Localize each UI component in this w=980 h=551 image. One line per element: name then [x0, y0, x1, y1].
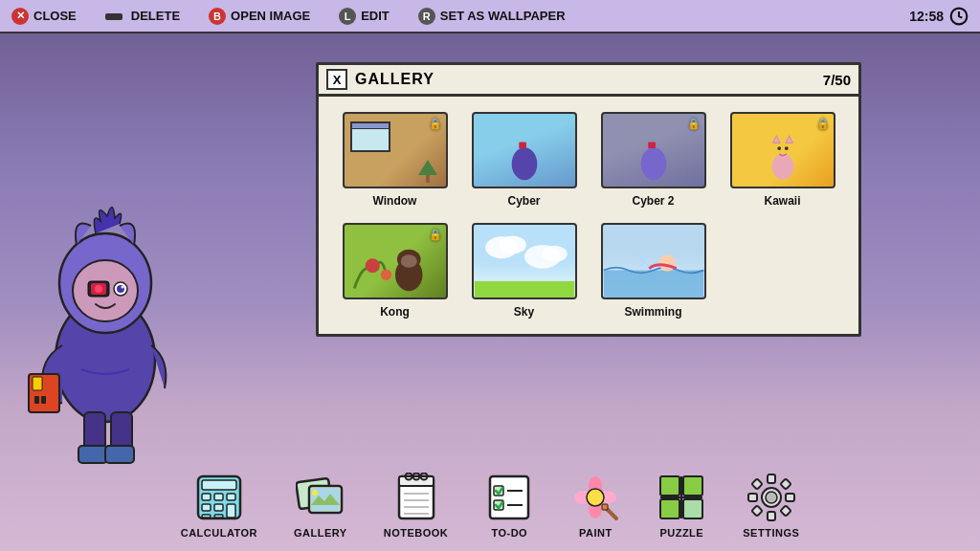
taskbar-item-todo[interactable]: TO-DO: [484, 473, 534, 539]
delete-button[interactable]: DELETE: [105, 9, 180, 23]
gallery-item-kong[interactable]: 🔒 Kong: [338, 223, 452, 319]
svg-rect-80: [602, 504, 608, 510]
svg-rect-91: [786, 494, 794, 501]
top-bar: ✕ CLOSE DELETE B OPEN IMAGE L EDIT R SET…: [0, 0, 980, 33]
svg-rect-42: [603, 271, 703, 298]
svg-rect-95: [780, 505, 791, 516]
notebook-icon: [391, 473, 441, 522]
svg-point-78: [587, 489, 604, 506]
taskbar-item-calculator[interactable]: CALCULATOR: [181, 473, 257, 539]
svg-point-28: [777, 146, 781, 150]
set-wallpaper-button[interactable]: R SET AS WALLPAPER: [418, 8, 566, 25]
svg-rect-61: [399, 476, 434, 486]
taskbar-label-calculator: CALCULATOR: [181, 527, 257, 539]
lock-icon: 🔒: [429, 118, 442, 130]
taskbar-item-puzzle[interactable]: PUZZLE: [657, 473, 706, 539]
svg-rect-41: [474, 281, 574, 298]
taskbar: CALCULATOR GALLERY: [0, 467, 980, 551]
gallery-item-cyber2[interactable]: 🔒 Cyber 2: [596, 112, 710, 208]
gallery-window: X GALLERY 7/50 🔒: [316, 62, 861, 337]
gallery-thumb-window: 🔒: [343, 112, 448, 188]
taskbar-item-gallery[interactable]: GALLERY: [294, 473, 347, 539]
gallery-thumb-cyber: [472, 112, 577, 188]
gallery-close-button[interactable]: X: [326, 69, 347, 90]
open-image-button[interactable]: B OPEN IMAGE: [209, 8, 310, 25]
gallery-taskbar-icon: [296, 473, 345, 522]
taskbar-item-paint[interactable]: PAINT: [570, 473, 620, 539]
svg-point-23: [640, 147, 666, 180]
taskbar-item-notebook[interactable]: NOTEBOOK: [384, 473, 449, 539]
svg-point-26: [771, 154, 793, 180]
svg-point-9: [122, 286, 124, 289]
open-image-label: OPEN IMAGE: [231, 9, 310, 23]
gallery-item-sky[interactable]: Sky: [467, 223, 581, 319]
gallery-thumb-kawaii: 🔒: [730, 112, 835, 188]
close-button[interactable]: ✕ CLOSE: [11, 8, 77, 25]
taskbar-label-gallery: GALLERY: [294, 527, 347, 539]
svg-rect-50: [202, 504, 211, 511]
svg-rect-93: [780, 478, 791, 489]
delete-label: DELETE: [131, 9, 180, 23]
gallery-thumb-cyber2: 🔒: [601, 112, 706, 188]
gallery-item-swimming[interactable]: Swimming: [596, 223, 710, 319]
time-text: 12:58: [909, 9, 944, 24]
todo-icon: [484, 473, 534, 522]
gallery-count: 7/50: [823, 72, 851, 88]
svg-rect-16: [78, 446, 107, 463]
svg-point-44: [638, 256, 644, 262]
svg-rect-13: [41, 396, 46, 404]
x-icon: ✕: [11, 8, 29, 25]
b-icon: B: [209, 8, 226, 25]
taskbar-label-paint: PAINT: [579, 527, 612, 539]
gallery-grid: 🔒 Window: [319, 97, 858, 334]
r-icon: R: [418, 8, 435, 25]
svg-rect-12: [34, 396, 39, 404]
puzzle-icon: [657, 473, 706, 522]
lock-icon-kawaii: 🔒: [816, 118, 830, 130]
svg-point-29: [784, 146, 788, 150]
gallery-label-cyber: Cyber: [507, 194, 540, 208]
svg-rect-54: [214, 515, 223, 518]
gallery-label-window: Window: [373, 194, 417, 208]
time-display: 12:58: [909, 7, 969, 26]
gallery-item-kawaii[interactable]: 🔒 Kawaii: [725, 112, 839, 208]
gallery-item-cyber[interactable]: Cyber: [467, 112, 581, 208]
svg-point-59: [312, 490, 318, 496]
svg-rect-88: [768, 474, 775, 483]
svg-rect-51: [214, 504, 223, 511]
svg-rect-46: [202, 480, 236, 490]
svg-point-32: [365, 258, 379, 273]
taskbar-label-puzzle: PUZZLE: [659, 527, 703, 539]
svg-point-36: [400, 254, 416, 267]
svg-rect-48: [214, 494, 223, 500]
svg-point-38: [499, 235, 526, 253]
taskbar-label-notebook: NOTEBOOK: [384, 527, 449, 539]
svg-marker-19: [418, 160, 437, 175]
clock-icon: [949, 7, 969, 26]
gallery-label-cyber2: Cyber 2: [632, 194, 674, 208]
svg-rect-49: [227, 494, 235, 500]
svg-point-6: [95, 285, 102, 293]
svg-marker-30: [772, 136, 780, 143]
svg-rect-69: [490, 476, 528, 518]
gallery-item-window[interactable]: 🔒 Window: [338, 112, 452, 208]
svg-point-96: [766, 492, 777, 503]
svg-point-33: [380, 270, 390, 280]
gallery-label-swimming: Swimming: [624, 305, 681, 319]
gallery-title: GALLERY: [355, 71, 823, 88]
edit-button[interactable]: L EDIT: [339, 8, 390, 25]
gallery-label-sky: Sky: [514, 305, 534, 319]
calculator-icon: [194, 473, 244, 522]
taskbar-label-todo: TO-DO: [491, 527, 527, 539]
svg-rect-53: [202, 515, 211, 518]
settings-icon: [746, 473, 796, 522]
svg-rect-84: [683, 499, 702, 518]
set-wallpaper-label: SET AS WALLPAPER: [440, 9, 566, 23]
lock-icon-cyber2: 🔒: [687, 118, 701, 130]
gallery-thumb-swimming: [601, 223, 706, 299]
taskbar-item-settings[interactable]: SETTINGS: [743, 473, 799, 539]
character-svg: [10, 159, 201, 465]
close-label: CLOSE: [33, 9, 77, 23]
character: [10, 159, 201, 465]
svg-rect-94: [751, 505, 762, 516]
